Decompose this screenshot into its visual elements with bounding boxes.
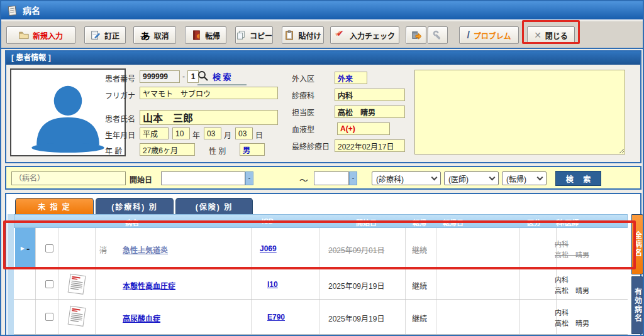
patient-info-panel: [ 患者情報 ] 患者番号 フリガナ 患者氏名 生年月日 年 齢 999999 … [5, 50, 641, 163]
tab-unspecified[interactable]: 未 指 定 [15, 198, 94, 214]
blood-type-field[interactable]: A(+) [337, 122, 390, 135]
send-button[interactable] [406, 26, 426, 44]
row-checkbox[interactable] [45, 313, 53, 321]
problem-button[interactable]: / プロブレム [459, 26, 519, 44]
doctor-value: 高松 晴男 [555, 285, 589, 295]
side-tab-all-diseases[interactable]: 全病名 [631, 214, 644, 274]
doctor-value: 高松 晴男 [555, 318, 589, 328]
cancel-button[interactable]: あ 取消 [133, 26, 176, 44]
patient-info-header: [ 患者情報 ] [6, 51, 640, 65]
col-header-name: 病名 [125, 217, 139, 227]
number-separator: - [182, 72, 185, 81]
icd-code-link[interactable]: J069 [260, 244, 277, 253]
col-header-outcome-date: 転帰日 [443, 217, 464, 227]
filter-search-button[interactable]: 検 索 [555, 171, 601, 186]
tools-button[interactable] [428, 26, 448, 44]
memo-textarea[interactable] [414, 70, 625, 154]
range-tilde: ～ [299, 173, 308, 186]
problem-label: プロブレム [474, 30, 511, 41]
visit-type-label: 外入区 [292, 73, 314, 84]
new-entry-button[interactable]: 新規入力 [6, 26, 75, 44]
start-date-from-input[interactable] [161, 171, 245, 185]
visit-type-field[interactable]: 外来 [335, 72, 367, 84]
correct-label: 訂正 [104, 30, 119, 41]
new-entry-label: 新規入力 [33, 30, 63, 41]
chevron-down-icon [537, 174, 543, 180]
tab-by-insurance[interactable]: (保険) 別 [175, 198, 253, 214]
table-row[interactable]: 本態性高血圧症 I10 2025年09月19日 継続 内科 高松 晴男 [14, 269, 628, 300]
patient-search-button[interactable]: 検 索 [197, 68, 247, 85]
start-date-value: 2025年09月19日 [328, 280, 384, 291]
table-row[interactable]: ▶ - 消 急性上気道炎 J069 2025年09月01日 継続 内科 高松 晴… [14, 228, 628, 269]
patient-number-field[interactable]: 999999 [140, 70, 180, 83]
doctor-label: 担当医 [292, 107, 314, 117]
row-checkbox[interactable] [45, 244, 53, 252]
doctor-field[interactable]: 高松 晴男 [335, 106, 405, 118]
kana-field[interactable]: ヤマモト サブロウ [140, 87, 278, 99]
birth-year-field[interactable]: 10 [172, 127, 190, 139]
kana-label: フリガナ [105, 90, 135, 100]
last-visit-field[interactable]: 2022年02月17日 [335, 139, 405, 152]
sex-field[interactable]: 男 [240, 143, 265, 156]
birthdate-label: 生年月日 [105, 129, 135, 140]
disease-name-link[interactable]: 急性上気道炎 [123, 244, 168, 255]
table-left-gutter [8, 214, 14, 336]
outcome-value: 継続 [412, 313, 427, 323]
start-date-to-input[interactable] [314, 171, 349, 185]
icd-code-link[interactable]: I10 [267, 280, 278, 289]
doctor-value: 高松 晴男 [555, 249, 589, 259]
cancel-label: 取消 [154, 30, 169, 41]
cancel-a-icon: あ [140, 29, 150, 42]
paste-button[interactable]: 貼付け [282, 26, 324, 44]
input-check-button[interactable]: ✔ ✔ 入力チェック [330, 26, 399, 44]
birth-era-field[interactable]: 平成 [140, 127, 169, 139]
patient-search-label: 検 索 [213, 70, 231, 82]
birth-day-field[interactable]: 03 [235, 127, 253, 139]
title-bar: 病名 [1, 1, 643, 20]
birth-month-field[interactable]: 03 [204, 127, 221, 139]
department-select[interactable]: (診療科) [372, 171, 441, 185]
row-collapse-icon: - [26, 243, 30, 254]
outcome-value: 継続 [412, 244, 427, 255]
tab-unspecified-label: 未 指 定 [38, 201, 71, 212]
row-checkbox[interactable] [45, 280, 53, 288]
outcome-book-icon [191, 30, 201, 40]
department-value: 内科 [555, 307, 569, 317]
department-select-value: (診療科) [376, 173, 404, 184]
icd-code-link[interactable]: E790 [267, 313, 285, 322]
filter-bar: 開始日 - ～ - (診療科) (医師) (転帰) 検 索 [5, 166, 641, 190]
chevron-down-icon [431, 174, 438, 180]
document-icon [8, 6, 18, 16]
date-from-dropdown-button[interactable]: - [245, 171, 253, 185]
paste-label: 貼付け [298, 30, 321, 41]
doctor-select[interactable]: (医師) [444, 171, 499, 185]
outcome-button[interactable]: 転帰 [185, 26, 226, 44]
disease-name-link[interactable]: 高尿酸血症 [123, 313, 160, 323]
disease-name-filter-input[interactable] [11, 171, 126, 185]
deleted-flag: 消 [99, 244, 107, 255]
copy-icon [236, 30, 246, 40]
correct-button[interactable]: 訂正 [84, 26, 126, 44]
name-field[interactable]: 山本 三郎 [140, 110, 278, 125]
disease-name-link[interactable]: 本態性高血圧症 [123, 280, 175, 291]
disease-name-window: 病名 新規入力 訂正 あ 取消 [0, 0, 644, 336]
outcome-select[interactable]: (転帰) [502, 171, 547, 185]
close-label: 閉じる [545, 30, 568, 41]
tab-by-department[interactable]: (診療科) 別 [96, 198, 174, 214]
close-button[interactable]: ✕ 閉じる [527, 26, 575, 44]
row-selector[interactable]: ▶ - [15, 228, 35, 269]
row-selector-arrow-icon: ▶ [21, 246, 25, 251]
table-row[interactable]: 高尿酸血症 E790 2025年09月19日 継続 内科 高松 晴男 [14, 300, 628, 335]
check-icon: ✔ ✔ [335, 30, 346, 40]
search-icon [197, 70, 209, 82]
age-field[interactable]: 27歳6ヶ月 [140, 143, 195, 156]
insurance-form-icon [67, 305, 88, 328]
patient-number-label: 患者番号 [105, 73, 135, 84]
col-header-dept-doctor: 科/医師 [556, 217, 579, 227]
copy-button[interactable]: コピー [235, 26, 273, 44]
tab-by-department-label: (診療科) 別 [111, 201, 157, 212]
col-header-kubun: 区分 [527, 217, 541, 227]
department-field[interactable]: 内科 [335, 89, 405, 101]
date-to-dropdown-button[interactable]: - [349, 171, 357, 185]
side-tab-active-diseases[interactable]: 有効病名 [631, 276, 644, 334]
